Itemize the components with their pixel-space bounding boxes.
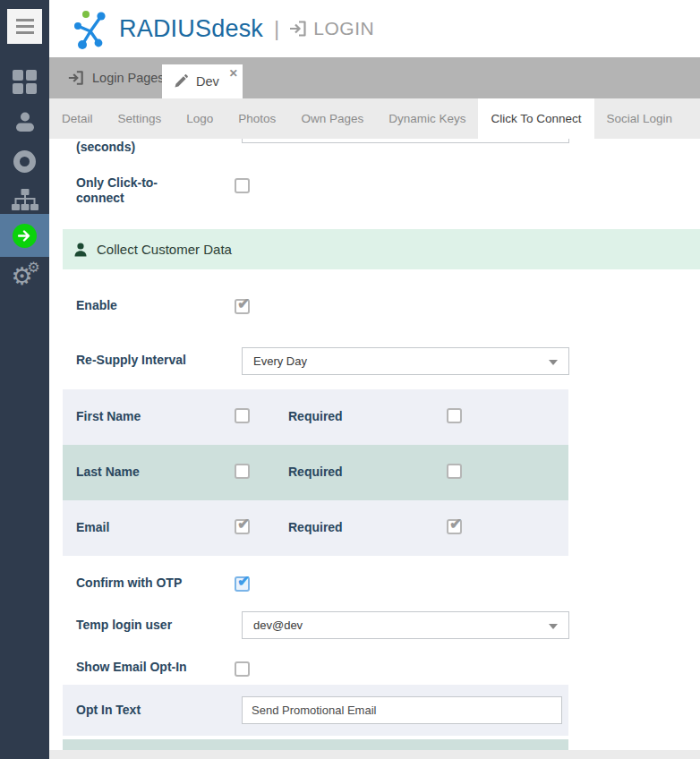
required-label: Required: [288, 465, 343, 480]
only-click-to-connect-checkbox[interactable]: [235, 178, 250, 193]
subtab-click-to-connect[interactable]: Click To Connect: [478, 98, 593, 139]
first-name-label: First Name: [76, 409, 141, 424]
user-icon: [13, 110, 37, 133]
login-label: LOGIN: [313, 18, 374, 39]
tab-label: Login Pages: [92, 71, 165, 85]
sidebar-item-dashboard[interactable]: [0, 61, 49, 102]
optin-text-input[interactable]: [242, 696, 562, 724]
click-to-connect-panel: (seconds) Only Click-to-connect Collect …: [49, 139, 700, 759]
timeout-seconds-input[interactable]: [242, 139, 569, 143]
subtab-social-login[interactable]: Social Login: [594, 98, 686, 139]
tab-dev[interactable]: Dev ✕: [162, 64, 243, 98]
first-name-checkbox[interactable]: [235, 408, 250, 423]
bottom-bar-edge: [49, 750, 700, 759]
required-label: Required: [288, 409, 343, 424]
tab-label: Dev: [196, 74, 219, 89]
resupply-interval-label: Re-Supply Interval: [76, 353, 186, 368]
only-click-to-connect-label: Only Click-to-connect: [76, 175, 197, 206]
show-email-optin-checkbox[interactable]: [235, 661, 250, 677]
sidebar-item-users[interactable]: [0, 101, 49, 142]
resupply-interval-select[interactable]: Every Day: [242, 347, 569, 375]
brand-separator: |: [274, 16, 279, 41]
pencil-icon: [174, 74, 188, 89]
person-icon: [74, 243, 87, 257]
field-row-email: Email Required: [63, 500, 568, 556]
temp-login-user-value: dev@dev: [253, 618, 303, 632]
email-label: Email: [76, 520, 109, 535]
dashboard-grid-icon: [13, 70, 37, 94]
email-required-checkbox[interactable]: [447, 519, 462, 534]
hamburger-icon: [16, 19, 34, 21]
last-name-label: Last Name: [76, 465, 140, 480]
record-icon: [13, 150, 36, 173]
tab-login-pages[interactable]: Login Pages: [56, 57, 175, 98]
section-title: Collect Customer Data: [97, 242, 232, 257]
subtab-own-pages[interactable]: Own Pages: [288, 98, 376, 139]
subtab-detail[interactable]: Detail: [49, 98, 106, 139]
enable-label: Enable: [76, 298, 117, 313]
last-name-required-checkbox[interactable]: [447, 464, 462, 479]
menu-toggle-button[interactable]: [7, 9, 42, 44]
connect-arrow-icon: [13, 224, 37, 248]
login-link[interactable]: LOGIN: [288, 18, 374, 39]
subtab-bar: Detail Settings Logo Photos Own Pages Dy…: [49, 98, 700, 139]
optin-text-row: Opt In Text: [63, 685, 568, 736]
subtab-photos[interactable]: Photos: [226, 98, 288, 139]
confirm-otp-label: Confirm with OTP: [76, 576, 182, 591]
seconds-label: (seconds): [76, 140, 135, 155]
sidebar: ⚙⚙: [0, 0, 49, 759]
radiusdesk-logo-icon: [71, 8, 110, 49]
show-email-optin-label: Show Email Opt-In: [76, 660, 187, 675]
sign-in-icon: [67, 70, 84, 86]
required-label: Required: [288, 520, 343, 535]
app-header: RADIUSdesk | LOGIN: [49, 0, 700, 57]
brand-title: RADIUSdesk: [119, 15, 263, 43]
confirm-otp-checkbox[interactable]: [235, 576, 250, 592]
sidebar-item-settings[interactable]: ⚙⚙: [0, 257, 49, 298]
temp-login-user-label: Temp login user: [76, 618, 172, 633]
subtab-settings[interactable]: Settings: [106, 98, 175, 139]
sign-in-icon: [288, 20, 307, 38]
sitemap-icon: [12, 189, 38, 211]
email-checkbox[interactable]: [235, 519, 250, 534]
next-row-edge: [63, 739, 568, 750]
optin-text-label: Opt In Text: [76, 703, 141, 718]
tab-bar: Login Pages Dev ✕: [49, 57, 700, 98]
radiusdesk-app: ⚙⚙ RADIUSdesk | LOGIN: [0, 0, 700, 759]
subtab-dynamic-keys[interactable]: Dynamic Keys: [376, 98, 478, 139]
enable-checkbox[interactable]: [235, 299, 250, 314]
resupply-interval-value: Every Day: [253, 354, 307, 368]
sidebar-item-realms[interactable]: [0, 141, 49, 182]
field-row-first-name: First Name Required: [63, 389, 568, 445]
last-name-checkbox[interactable]: [235, 464, 250, 479]
gears-icon: ⚙⚙: [12, 264, 38, 291]
field-row-last-name: Last Name Required: [63, 445, 568, 500]
collect-customer-data-header: Collect Customer Data: [63, 229, 700, 269]
subtab-logo[interactable]: Logo: [174, 98, 226, 139]
temp-login-user-select[interactable]: dev@dev: [242, 611, 569, 639]
first-name-required-checkbox[interactable]: [447, 408, 462, 423]
close-tab-icon[interactable]: ✕: [229, 67, 238, 80]
sidebar-item-click-to-connect[interactable]: [0, 214, 49, 257]
